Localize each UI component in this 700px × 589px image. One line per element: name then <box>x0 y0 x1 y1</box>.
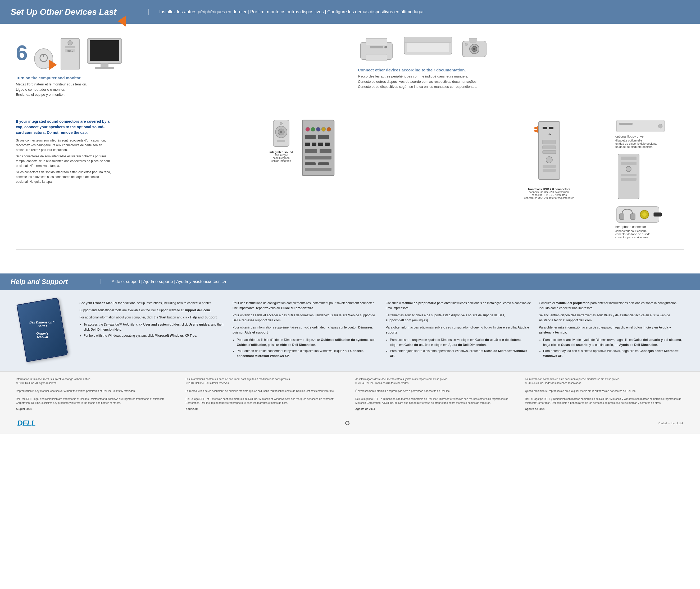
headphone-section: headphone connector connecteur pour casq… <box>616 205 684 239</box>
footer-text-fr: Les informations contenues dans ce docum… <box>186 377 345 405</box>
svg-rect-19 <box>404 37 452 42</box>
usb-label-fr: connecteurs USB 2.0 avant/arrière <box>529 191 569 194</box>
help-fr-p3: Pour obtenir des informations supplément… <box>232 325 378 335</box>
connect-devices-heading: Connect other devices according to their… <box>358 68 466 72</box>
footer-content: Information in this document is subject … <box>16 377 684 411</box>
main-content: 6 <box>0 24 700 268</box>
help-pt-list: Para acessar o arquivo de ajuda do Dimen… <box>390 338 531 359</box>
dell-logo: DELL <box>16 418 37 428</box>
svg-rect-49 <box>305 168 332 171</box>
speaker-illustration: integrated sound son intégré som integra… <box>269 119 293 162</box>
svg-rect-62 <box>617 120 664 132</box>
svg-rect-58 <box>543 165 556 168</box>
help-col-en: See your Owner's Manual for additional s… <box>79 301 225 361</box>
connect-devices-text-es: Conecte otros dispositivos según se indi… <box>358 84 477 89</box>
floppy-label-pt: unidade de disquete opcional <box>616 145 684 148</box>
svg-point-33 <box>306 127 310 132</box>
page-header: Set Up Other Devices Last Installez les … <box>0 0 700 24</box>
help-pt-p1: Consulte o Manual do proprietário para o… <box>386 301 531 311</box>
help-en-p3: For additional information about your co… <box>79 315 225 320</box>
monitor-illustration <box>86 37 123 71</box>
usb-label-es: conectores USB 2.0 anteriores/posteriore… <box>524 197 574 199</box>
step-number: 6 <box>16 42 28 63</box>
svg-point-29 <box>280 131 282 133</box>
svg-point-24 <box>473 48 475 50</box>
printer-group <box>358 37 395 63</box>
footer-text-en: Information in this document is subject … <box>16 377 175 405</box>
connect-devices-text-fr: Raccordez les autres périphériques comme… <box>358 74 468 79</box>
power-button-area <box>33 44 54 71</box>
svg-rect-10 <box>101 63 109 67</box>
headphone-svg <box>616 205 674 224</box>
headphone-label-es: conector para auriculares <box>616 236 684 239</box>
computer-group: DELL <box>33 37 123 71</box>
usb-tower-svg: ⌁ <box>525 119 573 188</box>
integrated-sound-label-fr: son intégré <box>275 154 288 157</box>
footer-col-es: La información contenida en este documen… <box>525 377 684 411</box>
turn-on-text-es: Encienda el equipo y el monitor. <box>16 92 64 97</box>
scanner-svg <box>403 37 453 58</box>
svg-rect-72 <box>619 214 624 219</box>
help-es-li1: Para acceder al archivo de ayuda de Dime… <box>543 338 684 348</box>
help-pt-p3: Para obter informações adicionais sobre … <box>386 325 531 335</box>
footer-col-en: Information in this document is subject … <box>16 377 175 411</box>
help-es-list: Para acceder al archivo de ayuda de Dime… <box>543 338 684 359</box>
help-es-p3: Para obtener más información acerca de s… <box>539 325 684 335</box>
svg-rect-48 <box>318 162 329 165</box>
svg-rect-39 <box>318 135 329 139</box>
help-content: Dell Dimension™SeriesOwner'sManual See y… <box>0 290 700 372</box>
help-pt-p2: Ferramentas educacionais e de suporte es… <box>386 313 531 323</box>
headphone-label-en: headphone connector <box>616 224 684 229</box>
floppy-label-fr: disquette optionnelle <box>616 139 684 142</box>
svg-rect-45 <box>320 149 332 153</box>
usb-illustration: ⌁ front/back USB 2.0 connectors connecte… <box>494 119 605 199</box>
help-col-fr: Pour des instructions de configuration c… <box>232 301 378 361</box>
help-fr-p1: Pour des instructions de configuration c… <box>232 301 378 311</box>
help-title: Help and Support <box>11 278 101 286</box>
svg-point-64 <box>658 124 663 128</box>
svg-rect-40 <box>305 143 310 146</box>
speaker-svg <box>269 119 293 151</box>
camera-svg <box>461 37 488 58</box>
floppy-svg <box>616 119 674 133</box>
svg-rect-9 <box>90 40 119 61</box>
svg-rect-52 <box>549 127 553 129</box>
help-en-p2: Support and educational tools are availa… <box>79 308 225 313</box>
svg-rect-42 <box>318 143 323 146</box>
monitor-arrow <box>118 16 126 26</box>
svg-rect-41 <box>312 143 316 146</box>
footer-text-es: La información contenida en este documen… <box>525 377 684 405</box>
tower-far-right <box>616 153 684 201</box>
sound-center: integrated sound son intégré som integra… <box>122 119 483 239</box>
help-es-p2: Se encuentran disponibles herramientas e… <box>539 313 684 323</box>
owners-manual: Dell Dimension™SeriesOwner'sManual <box>16 301 69 361</box>
header-subtitle: Installez les autres périphériques en de… <box>148 9 425 15</box>
svg-point-75 <box>642 212 647 217</box>
integrated-sound-label-es: sonido integrado <box>272 160 291 162</box>
svg-point-25 <box>465 43 468 46</box>
tower-svg: DELL <box>59 37 81 71</box>
help-es-li2: Para obtener ayuda con el sistema operat… <box>543 349 684 359</box>
svg-rect-76 <box>654 213 662 216</box>
floppy-label-es: unidad de disco flexible opcional <box>616 142 684 145</box>
floppy-label-en: optional floppy drive <box>616 134 684 139</box>
dell-logo-text: DELL <box>17 419 35 427</box>
sound-heading: If your integrated sound connectors are … <box>16 119 111 136</box>
section-left: 6 <box>16 37 342 97</box>
svg-point-36 <box>321 127 326 132</box>
help-subtitle: Aide et support | Ajuda e suporte | Ayud… <box>101 279 226 284</box>
svg-rect-67 <box>621 162 637 165</box>
svg-point-68 <box>626 166 631 172</box>
help-fr-p2: Pour obtenir de l'aide et accéder à des … <box>232 313 378 323</box>
manual-book: Dell Dimension™SeriesOwner'sManual <box>16 297 68 362</box>
footer-text-pt: As informações deste documento estão suj… <box>355 377 515 405</box>
devices-illustration <box>358 37 488 63</box>
scanner-group <box>403 37 453 63</box>
svg-rect-38 <box>305 135 316 139</box>
svg-point-16 <box>384 46 387 48</box>
svg-point-57 <box>546 157 552 163</box>
svg-rect-13 <box>366 38 387 45</box>
svg-point-35 <box>316 127 320 132</box>
help-fr-li1: Pour accéder au fichier d'aide de Dimens… <box>237 338 378 348</box>
step-illustration: 6 <box>16 37 123 71</box>
